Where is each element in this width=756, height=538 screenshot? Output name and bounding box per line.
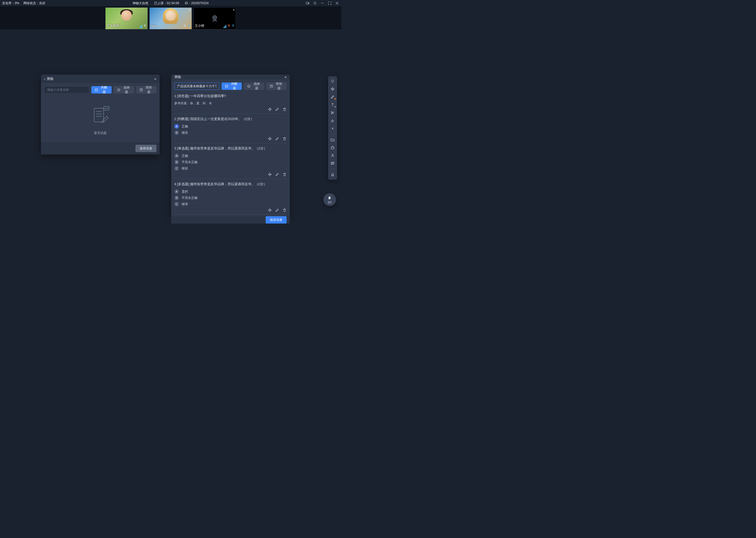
top-bar: 丢包率：0% 网络状态：良好 神秘大自然 已上课：02:34:09 ID：202… xyxy=(0,0,341,6)
network-state: 网络状态：良好 xyxy=(24,1,45,6)
text-tool-icon[interactable] xyxy=(329,101,336,108)
svg-rect-0 xyxy=(306,2,308,4)
quiz-title-input[interactable] xyxy=(174,82,219,90)
panel-close-icon[interactable]: × xyxy=(284,75,287,79)
fullscreen-icon[interactable] xyxy=(328,1,332,5)
quiz-panel-editor: 测验 × 判断题 选择题 简答题 1 [简答题] 一年四季分别是哪四季?参考答案… xyxy=(171,75,290,215)
svg-rect-8 xyxy=(189,25,190,26)
panel-title: 测验 xyxy=(174,75,181,79)
toolbox-tool-icon[interactable] xyxy=(329,144,336,151)
move-question-icon[interactable] xyxy=(268,107,272,111)
signal-icon xyxy=(223,25,226,28)
bell-tool-icon[interactable] xyxy=(329,171,336,178)
pen-tool-icon[interactable] xyxy=(329,93,336,100)
question-block: 2 [判断题] 我国宪法上一次更新是在2020年。（2分）A正确B错误 xyxy=(174,114,287,143)
move-tool-icon[interactable] xyxy=(329,86,336,92)
option-row[interactable]: C错误 xyxy=(174,166,287,171)
option-letter: B xyxy=(174,160,179,164)
option-row[interactable]: B不完全正确 xyxy=(174,160,287,164)
signal-icon xyxy=(139,25,142,28)
brightness-tool-icon[interactable] xyxy=(329,125,336,132)
question-header: 4 [多选题] 施华洛世奇是反华品牌，所以梁鼎琪反华。（2分） xyxy=(174,182,287,187)
svg-point-9 xyxy=(213,16,217,20)
edit-question-icon[interactable] xyxy=(275,208,279,212)
option-letter: A xyxy=(174,153,179,158)
question-header: 2 [判断题] 我国宪法上一次更新是在2020年。（2分） xyxy=(174,117,287,121)
camera-toggle-icon[interactable] xyxy=(306,1,310,5)
folder-tool-icon[interactable] xyxy=(329,136,336,143)
settings-gear-icon[interactable] xyxy=(313,1,317,5)
delete-question-icon[interactable] xyxy=(282,208,287,212)
option-row[interactable]: B不完全正确 xyxy=(174,195,287,200)
user-tool-icon[interactable] xyxy=(329,152,336,159)
option-row[interactable]: C错译 xyxy=(174,202,287,206)
svg-point-27 xyxy=(248,85,250,87)
chip-short-answer[interactable]: 简答题 xyxy=(266,82,287,90)
raise-hand-button[interactable]: 0/2 xyxy=(323,193,336,206)
svg-rect-14 xyxy=(95,88,97,91)
close-window-icon[interactable] xyxy=(335,1,339,5)
participant-name: 叮当老师 xyxy=(107,24,119,28)
chip-choice[interactable]: 选择题 xyxy=(244,82,264,90)
question-header: 1 [简答题] 一年四季分别是哪四季? xyxy=(174,94,287,98)
quiz-name-input[interactable] xyxy=(44,86,89,93)
svg-point-32 xyxy=(331,113,332,114)
session-id: ID：2020070324 xyxy=(185,1,209,6)
back-chevron-icon[interactable]: ‹ xyxy=(44,77,45,81)
option-letter: B xyxy=(174,195,179,200)
panel-title: 测验 xyxy=(47,77,54,81)
empty-state: 暂无试题 xyxy=(41,96,160,142)
option-letter: B xyxy=(174,130,179,135)
move-question-icon[interactable] xyxy=(268,136,272,141)
option-row[interactable]: A正确 xyxy=(174,153,287,158)
option-row[interactable]: B错误 xyxy=(174,130,287,135)
option-row[interactable]: A是的 xyxy=(174,189,287,194)
chip-judge[interactable]: 判断题 xyxy=(91,86,112,93)
delete-question-icon[interactable] xyxy=(282,172,287,177)
svg-point-7 xyxy=(185,25,185,26)
scissors-tool-icon[interactable] xyxy=(329,109,336,116)
option-letter: A xyxy=(174,189,179,194)
target-icon xyxy=(183,24,186,28)
edit-question-icon[interactable] xyxy=(275,107,279,111)
move-question-icon[interactable] xyxy=(268,172,272,177)
video-tile-student2[interactable]: × 王小明 xyxy=(193,7,236,29)
side-toolbar xyxy=(328,76,337,180)
delete-question-icon[interactable] xyxy=(282,107,287,111)
participant-name: Nina xyxy=(151,25,157,28)
save-quiz-button[interactable]: 保存试卷 xyxy=(266,216,287,224)
save-quiz-button[interactable]: 保存试卷 xyxy=(135,145,157,152)
svg-rect-34 xyxy=(331,147,334,149)
svg-point-6 xyxy=(184,25,186,27)
svg-point-1 xyxy=(314,3,315,4)
move-question-icon[interactable] xyxy=(268,208,272,212)
question-block: 4 [多选题] 施华洛世奇是反华品牌，所以梁鼎琪反华。（2分）A是的B不完全正确… xyxy=(174,179,287,215)
option-letter: A xyxy=(174,124,179,129)
edit-question-icon[interactable] xyxy=(275,136,279,141)
svg-point-35 xyxy=(332,154,333,155)
participant-name: 王小明 xyxy=(195,24,204,28)
edit-question-icon[interactable] xyxy=(275,172,279,177)
chip-short-answer[interactable]: 简答题 xyxy=(136,86,157,93)
chip-judge[interactable]: 判断题 xyxy=(221,82,242,90)
option-text: 是的 xyxy=(182,189,188,194)
option-text: 不完全正确 xyxy=(182,160,197,164)
minimize-icon[interactable] xyxy=(320,1,324,5)
svg-rect-13 xyxy=(233,25,234,26)
video-tile-student1[interactable]: × Nina xyxy=(149,7,192,29)
svg-point-15 xyxy=(118,88,120,91)
tile-close-icon[interactable]: × xyxy=(233,8,235,12)
delete-question-icon[interactable] xyxy=(282,136,287,141)
question-block: 1 [简答题] 一年四季分别是哪四季?参考答案：春、夏、秋、冬 xyxy=(174,91,287,114)
tile-close-icon[interactable]: × xyxy=(189,8,191,12)
option-row[interactable]: A正确 xyxy=(174,124,287,129)
chat-tool-icon[interactable] xyxy=(329,160,336,167)
video-tile-teacher[interactable]: 叮当老师 xyxy=(105,7,148,29)
svg-point-23 xyxy=(105,108,105,108)
svg-rect-26 xyxy=(225,85,228,87)
chip-choice[interactable]: 选择题 xyxy=(114,86,134,93)
eraser-tool-icon[interactable] xyxy=(329,117,336,124)
pointer-tool-icon[interactable] xyxy=(329,78,336,84)
panel-close-icon[interactable]: × xyxy=(154,77,157,81)
question-block: 3 [单选题] 施华洛世奇是反华品牌，所以梁鼎琪反华。（2分）A正确B不完全正确… xyxy=(174,143,287,179)
